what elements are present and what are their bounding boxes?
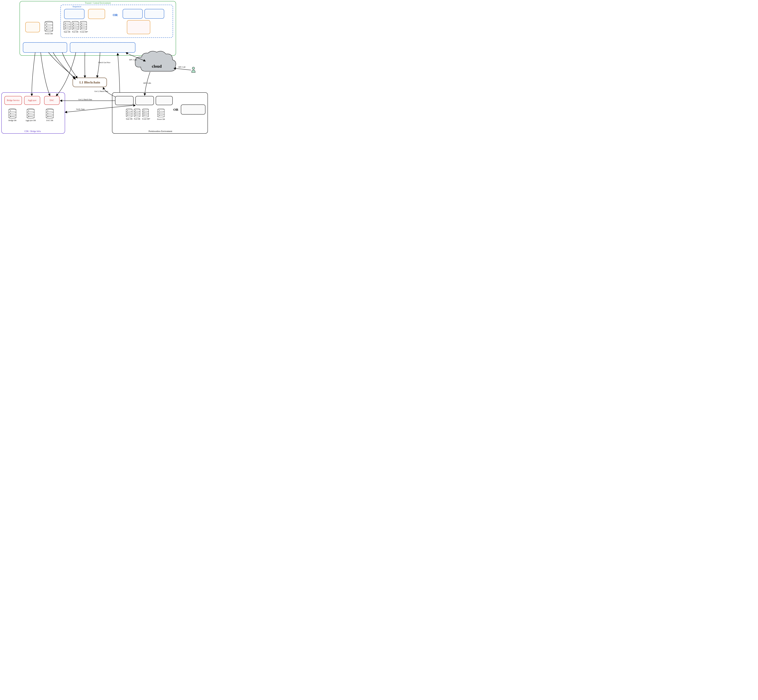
svg-rect-13 [64,22,70,29]
svg-point-84 [143,115,144,116]
edge-check-gas-label: Check Gas Price [98,61,110,64]
db-agglayer [27,109,34,119]
edge-post-seq-validium [41,53,50,96]
svg-point-82 [143,110,144,111]
db-pl-pool-label: Pool DB [134,118,140,120]
zone-bridge-label: CDK / Bridge Infra [24,130,41,133]
svg-point-60 [47,116,48,117]
node-pl-zkevm-sync [115,96,133,105]
db-state-label: State DB [64,31,70,33]
svg-point-74 [135,110,136,111]
svg-point-9 [47,23,47,24]
svg-point-76 [135,115,136,116]
db-pl-prover [158,109,164,117]
svg-rect-29 [80,22,87,29]
node-pl-zkevm-rpc [136,96,154,105]
edge-resolve-batches-validium [56,53,76,96]
svg-point-42 [10,111,11,111]
svg-point-90 [159,110,159,111]
node-zkevm-pool-manager [145,9,164,19]
svg-point-19 [65,28,66,28]
svg-rect-86 [158,109,164,117]
db-agglayer-label: AggLayer DB [25,119,36,122]
db-pl-prover-label: Prover DB [157,118,165,120]
svg-point-33 [81,23,82,23]
svg-rect-78 [142,109,148,116]
svg-point-75 [135,112,136,113]
db-pool [72,21,78,30]
node-cdk-erigon-sync [70,42,135,53]
node-pl-zkevm-exec [156,96,173,105]
db-event-label: Event DB* [80,31,88,33]
zone-sequencer-label: Sequencer [72,5,81,8]
db-pool-label: Pool DB [72,31,78,33]
pl-or: OR [173,108,179,111]
svg-point-58 [47,111,48,111]
svg-point-17 [65,23,66,23]
svg-point-36 [192,67,195,69]
svg-point-63 [126,116,132,117]
user-icon [192,67,195,72]
node-zkevm-stateless-executor [127,20,150,34]
db-prover [45,21,53,32]
db-pl-event-label: Event DB* [142,118,150,120]
svg-point-50 [28,111,29,111]
node-cdk-erigon-sequencer [123,9,142,19]
svg-point-10 [47,26,47,27]
edge-submit-batch-cdk [32,53,35,96]
svg-rect-5 [45,22,53,31]
svg-rect-46 [27,109,34,118]
db-bridge-label: Bridge DB [8,119,16,122]
svg-point-47 [27,117,34,119]
svg-rect-70 [134,109,140,116]
db-bridge [9,109,16,119]
svg-point-55 [46,117,53,119]
svg-rect-62 [126,109,132,116]
svg-rect-21 [72,22,78,29]
edge-verify-state [65,105,136,112]
svg-point-35 [81,28,82,28]
db-pl-event [142,109,148,117]
svg-point-52 [28,116,29,117]
edge-rpc-calls-top-label: RPC Calls [129,59,137,61]
node-pl-cdk-erigon [181,105,205,114]
edge-verify-state-label: Verify State [76,108,85,110]
zone-permissionless-label: Permissonless Environment [148,130,172,133]
svg-point-34 [81,25,82,26]
svg-point-6 [45,30,53,32]
node-agglayer-label: AggLayer [28,99,36,102]
db-event [80,21,87,30]
svg-point-39 [9,117,16,119]
db-prover-label: Prover DB [45,33,53,35]
svg-point-14 [64,28,70,30]
svg-point-83 [143,112,144,113]
svg-point-44 [10,116,11,117]
svg-rect-54 [46,109,53,118]
edge-get-l2-batch-relay [118,53,120,92]
db-dac [46,109,53,119]
edge-check-gas [97,53,100,78]
edge-rpc-calls-cloud-label: RPC Calls [143,82,151,84]
node-dac-label: DAC [50,99,54,102]
svg-point-66 [127,110,128,111]
svg-point-11 [47,29,47,30]
db-pl-pool [134,109,140,117]
node-zkevm-node-sequencer [64,9,84,19]
edge-rpc-call-user [174,68,191,70]
svg-point-22 [72,28,78,30]
db-pl-state-label: State DB [126,118,133,120]
node-cloud-label: cloud [152,64,162,69]
node-zkevm-executor [88,9,105,19]
svg-point-87 [158,116,164,117]
svg-rect-38 [9,109,16,118]
db-pl-state [126,109,132,117]
db-dac-label: DAC DB [46,119,53,122]
node-l1-label: L1 Blockchain [80,80,100,84]
svg-point-43 [10,113,11,114]
svg-point-18 [65,25,66,26]
svg-point-68 [127,115,128,116]
edge-get-l2-batch-dac-label: Get L2 Batch Data [78,98,92,100]
svg-point-59 [47,113,48,114]
svg-point-91 [159,113,159,113]
db-state [64,21,70,30]
